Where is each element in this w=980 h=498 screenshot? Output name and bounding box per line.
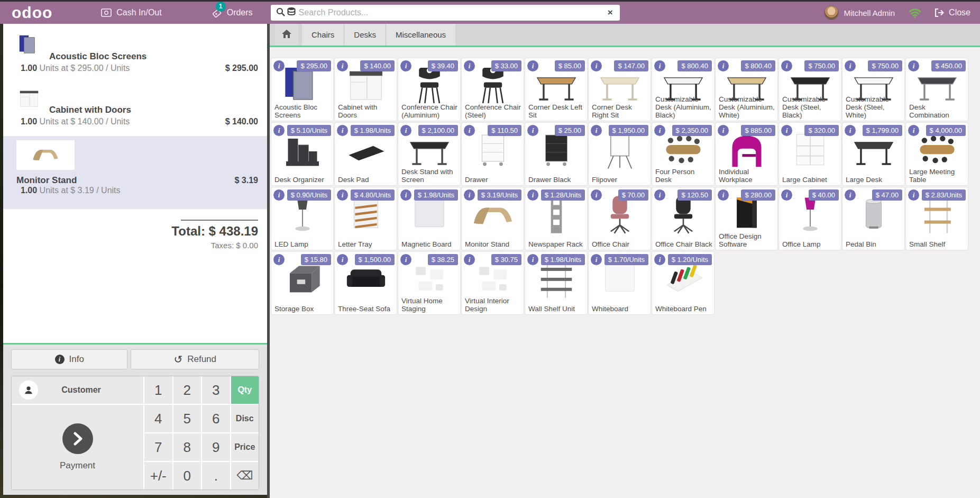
- product-card[interactable]: i$ 15.80Storage Box: [271, 252, 333, 314]
- numpad-key-decimal[interactable]: .: [202, 462, 230, 490]
- numpad-key-qty[interactable]: Qty: [231, 376, 259, 404]
- numpad-key-4[interactable]: 4: [144, 405, 172, 432]
- product-info-icon[interactable]: i: [527, 125, 538, 136]
- numpad-key-0[interactable]: 0: [173, 462, 202, 490]
- numpad-key-1[interactable]: 1: [144, 376, 172, 404]
- product-card[interactable]: i$ 885.00Individual Workplace: [716, 123, 777, 185]
- product-info-icon[interactable]: i: [654, 125, 665, 136]
- product-card[interactable]: i$ 147.00Corner Desk Right Sit: [589, 58, 651, 121]
- product-card[interactable]: i$ 1,950.00Flipover: [589, 123, 651, 185]
- product-info-icon[interactable]: i: [718, 60, 729, 71]
- product-info-icon[interactable]: i: [718, 189, 729, 201]
- product-card[interactable]: i$ 295.00Acoustic Bloc Screens: [271, 58, 333, 121]
- product-card[interactable]: i$ 5.10/UnitsDesk Organizer: [271, 123, 333, 185]
- product-card[interactable]: i$ 40.00Office Lamp: [779, 187, 841, 250]
- product-card[interactable]: i$ 0.90/UnitsLED Lamp: [271, 187, 333, 250]
- product-info-icon[interactable]: i: [464, 189, 475, 201]
- customer-button[interactable]: Customer: [12, 376, 143, 404]
- product-card[interactable]: i$ 4,000.00Large Meeting Table: [906, 123, 968, 185]
- product-info-icon[interactable]: i: [591, 254, 602, 265]
- search-input[interactable]: [298, 7, 604, 18]
- product-card[interactable]: i$ 25.00Drawer Black: [525, 123, 587, 185]
- product-info-icon[interactable]: i: [781, 189, 792, 201]
- numpad-key-price[interactable]: Price: [231, 433, 259, 461]
- cash-in-out-button[interactable]: Cash In/Out: [99, 5, 163, 21]
- product-card[interactable]: i$ 750.00Customizable Desk (Steel, White…: [842, 58, 904, 121]
- product-card[interactable]: i$ 280.00Office Design Software: [716, 187, 777, 250]
- product-card[interactable]: i$ 110.50Drawer: [462, 123, 524, 185]
- category-tab-chairs[interactable]: Chairs: [302, 24, 344, 46]
- product-info-icon[interactable]: i: [527, 189, 538, 201]
- product-card[interactable]: i$ 120.50Office Chair Black: [652, 187, 714, 250]
- product-info-icon[interactable]: i: [654, 189, 665, 201]
- category-tab-miscellaneous[interactable]: Miscellaneous: [386, 24, 455, 46]
- product-info-icon[interactable]: i: [845, 189, 856, 201]
- product-info-icon[interactable]: i: [464, 60, 475, 71]
- product-info-icon[interactable]: i: [337, 254, 348, 265]
- product-info-icon[interactable]: i: [337, 125, 348, 136]
- product-info-icon[interactable]: i: [591, 125, 602, 136]
- info-button[interactable]: i Info: [11, 349, 127, 369]
- category-home-button[interactable]: [275, 24, 298, 46]
- product-info-icon[interactable]: i: [273, 189, 285, 201]
- product-card[interactable]: i$ 1,799.00Large Desk: [842, 123, 904, 185]
- product-card[interactable]: i$ 39.40Conference Chair (Aluminium): [398, 58, 460, 121]
- product-card[interactable]: i$ 30.75Virtual Interior Design: [462, 252, 524, 314]
- product-card[interactable]: i$ 2,350.00Four Person Desk: [652, 123, 714, 185]
- product-card[interactable]: i$ 1.98/UnitsWall Shelf Unit: [525, 252, 587, 314]
- product-info-icon[interactable]: i: [654, 254, 665, 265]
- product-card[interactable]: i$ 2,100.00Desk Stand with Screen: [398, 123, 460, 185]
- numpad-key-8[interactable]: 8: [173, 433, 202, 461]
- numpad-key-disc[interactable]: Disc: [231, 405, 259, 432]
- close-button[interactable]: Close: [932, 5, 973, 21]
- clear-search-icon[interactable]: ×: [606, 7, 615, 18]
- product-card[interactable]: i$ 1.70/UnitsWhiteboard: [589, 252, 651, 314]
- product-info-icon[interactable]: i: [908, 125, 919, 136]
- product-card[interactable]: i$ 47.00Pedal Bin: [842, 187, 904, 250]
- product-info-icon[interactable]: i: [337, 60, 348, 71]
- product-card[interactable]: i$ 1.28/UnitsNewspaper Rack: [525, 187, 587, 250]
- order-line[interactable]: Monitor Stand$ 3.191.00 Units at $ 3.19 …: [3, 136, 267, 209]
- numpad-key-backspace[interactable]: ⌫: [231, 462, 259, 490]
- product-card[interactable]: i$ 1.98/UnitsDesk Pad: [335, 123, 397, 185]
- numpad-key-3[interactable]: 3: [202, 376, 230, 404]
- product-info-icon[interactable]: i: [273, 125, 285, 136]
- product-card[interactable]: i$ 750.00Customizable Desk (Steel, Black…: [779, 58, 841, 121]
- product-info-icon[interactable]: i: [718, 125, 729, 136]
- product-card[interactable]: i$ 4.80/UnitsLetter Tray: [335, 187, 397, 250]
- product-info-icon[interactable]: i: [591, 60, 602, 71]
- product-info-icon[interactable]: i: [781, 125, 792, 136]
- product-info-icon[interactable]: i: [273, 254, 285, 265]
- product-info-icon[interactable]: i: [400, 60, 411, 71]
- product-info-icon[interactable]: i: [908, 189, 919, 201]
- category-tab-desks[interactable]: Desks: [344, 24, 386, 46]
- wifi-icon[interactable]: [909, 8, 921, 18]
- product-card[interactable]: i$ 1.20/UnitsWhiteboard Pen: [652, 252, 714, 314]
- numpad-key-5[interactable]: 5: [173, 405, 202, 432]
- product-card[interactable]: i$ 450.00Desk Combination: [906, 58, 968, 121]
- user-menu[interactable]: Mitchell Admin: [824, 5, 895, 20]
- order-line[interactable]: Acoustic Bloc Screens1.00 Units at $ 295…: [3, 29, 267, 78]
- numpad-key-9[interactable]: 9: [202, 433, 230, 461]
- product-card[interactable]: i$ 320.00Large Cabinet: [779, 123, 841, 185]
- numpad-key-6[interactable]: 6: [202, 405, 230, 432]
- product-card[interactable]: i$ 2.83/UnitsSmall Shelf: [906, 187, 968, 250]
- product-info-icon[interactable]: i: [527, 254, 538, 265]
- product-card[interactable]: i$ 1.98/UnitsMagnetic Board: [398, 187, 460, 250]
- product-info-icon[interactable]: i: [527, 60, 538, 71]
- product-card[interactable]: i$ 85.00Corner Desk Left Sit: [525, 58, 587, 121]
- orders-button[interactable]: 1 Orders: [209, 4, 255, 21]
- product-info-icon[interactable]: i: [781, 60, 792, 71]
- product-card[interactable]: i$ 800.40Customizable Desk (Aluminium, B…: [652, 58, 714, 121]
- product-info-icon[interactable]: i: [845, 125, 856, 136]
- product-card[interactable]: i$ 70.00Office Chair: [589, 187, 651, 250]
- product-card[interactable]: i$ 140.00Cabinet with Doors: [335, 58, 397, 121]
- product-info-icon[interactable]: i: [464, 254, 475, 265]
- order-line[interactable]: Cabinet with Doors1.00 Units at $ 140.00…: [3, 83, 267, 132]
- product-info-icon[interactable]: i: [464, 125, 475, 136]
- numpad-key-2[interactable]: 2: [173, 376, 202, 404]
- payment-button[interactable]: Payment: [12, 405, 143, 490]
- product-info-icon[interactable]: i: [908, 60, 919, 71]
- product-info-icon[interactable]: i: [400, 189, 411, 201]
- numpad-key-plus-minus[interactable]: +/-: [144, 462, 172, 490]
